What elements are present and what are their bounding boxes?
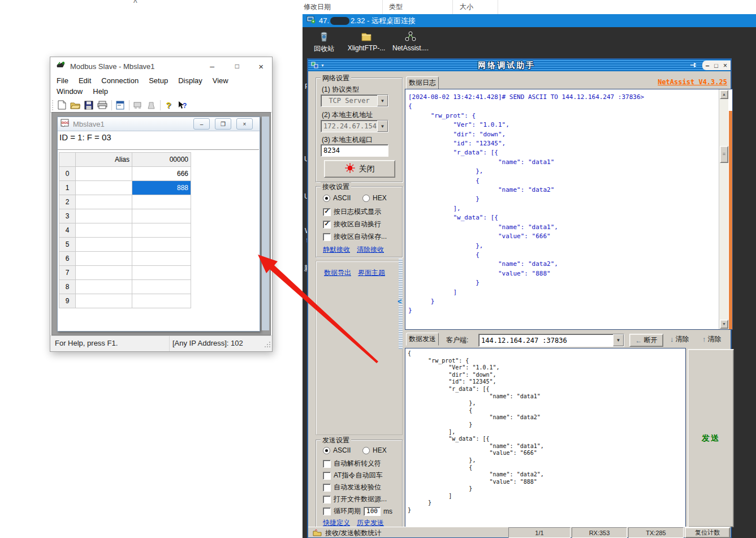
checkbox-icon[interactable]: [323, 221, 331, 229]
help-icon[interactable]: ?: [162, 100, 175, 111]
value-cell[interactable]: 666: [132, 167, 191, 181]
radio-icon[interactable]: [323, 447, 330, 454]
value-cell[interactable]: [132, 223, 191, 238]
doc-close-button[interactable]: ×: [236, 118, 253, 130]
checkbox-icon[interactable]: [323, 496, 331, 503]
recv-option-autosave[interactable]: 接收区自动保存...: [323, 232, 387, 242]
silent-receive-link[interactable]: 静默接收: [323, 245, 350, 255]
value-cell-selected[interactable]: 888: [132, 181, 191, 195]
register-header[interactable]: 00000: [132, 153, 191, 167]
close-button[interactable]: ×: [258, 62, 263, 71]
data-log-text[interactable]: [2024-08-02 13:42:41.428]# SEND ASCII TO…: [408, 93, 644, 316]
port-input[interactable]: 8234: [321, 144, 388, 157]
scrollbar-thumb[interactable]: ≡: [720, 146, 728, 163]
value-cell[interactable]: [132, 266, 191, 280]
value-cell[interactable]: [132, 280, 191, 294]
version-link[interactable]: NetAssist V4.3.25: [658, 78, 727, 86]
alias-cell[interactable]: [76, 195, 132, 209]
explorer-col-type[interactable]: 类型: [389, 2, 403, 12]
send-hex-radio[interactable]: HEX: [362, 446, 387, 454]
desktop-icon-recycle[interactable]: 回收站: [304, 30, 344, 54]
menu-view[interactable]: View: [208, 75, 234, 86]
collapse-chevron-icon[interactable]: <: [398, 297, 402, 305]
send-input-box[interactable]: { "rw_prot": { "Ver": "1.0.1", "dir": "d…: [405, 348, 686, 527]
menu-help[interactable]: Help: [88, 86, 113, 97]
doc-titlebar[interactable]: DOC Mbslave1 – ❐ ×: [58, 117, 260, 131]
minimize-button[interactable]: –: [706, 62, 710, 70]
checkbox-icon[interactable]: [323, 472, 331, 480]
send-option-cycle[interactable]: 循环周期 100 ms: [323, 506, 392, 516]
chevron-down-icon[interactable]: ▼: [377, 95, 388, 106]
close-connection-button[interactable]: 关闭: [324, 160, 395, 178]
send-option-at-cr[interactable]: AT指令自动回车: [323, 471, 382, 480]
menu-drop-icon[interactable]: ▼: [321, 63, 325, 67]
maximize-button[interactable]: □: [714, 62, 718, 69]
clear-receive-button[interactable]: ↓ 清除: [670, 334, 689, 344]
mdi-scroll-strip[interactable]: [262, 117, 269, 330]
chevron-down-icon[interactable]: ▼: [613, 334, 624, 346]
alias-cell[interactable]: [76, 223, 132, 238]
pin-icon[interactable]: [689, 61, 697, 71]
alias-cell[interactable]: [76, 209, 132, 223]
value-cell[interactable]: [132, 238, 191, 252]
recv-option-log-mode[interactable]: 按日志模式显示: [323, 207, 381, 217]
log-scrollbar[interactable]: ▲ ≡ ▼: [719, 89, 728, 329]
client-combo[interactable]: 144.12.164.247 :37836 ▼: [478, 334, 624, 347]
alias-cell[interactable]: [76, 181, 132, 195]
value-cell[interactable]: [132, 195, 191, 209]
checkbox-icon[interactable]: [323, 484, 331, 492]
send-option-checksum[interactable]: 自动发送校验位: [323, 483, 381, 492]
menu-edit[interactable]: Edit: [74, 75, 96, 86]
protocol-combo[interactable]: TCP Server ▼: [321, 94, 388, 107]
comm-monitor-icon[interactable]: [131, 100, 144, 111]
resize-grip[interactable]: [265, 340, 271, 350]
value-cell[interactable]: [132, 252, 191, 266]
recv-ascii-radio[interactable]: ASCII: [323, 194, 351, 202]
maximize-button[interactable]: □: [235, 62, 239, 70]
menu-connection[interactable]: Connection: [96, 75, 144, 86]
checkbox-icon[interactable]: [323, 208, 331, 216]
radio-icon[interactable]: [323, 195, 330, 202]
alias-cell[interactable]: [76, 252, 132, 266]
new-file-icon[interactable]: [55, 100, 68, 111]
close-button[interactable]: ×: [723, 62, 727, 70]
save-icon[interactable]: [83, 100, 95, 111]
recv-option-autowrap[interactable]: 接收区自动换行: [323, 219, 381, 229]
checkbox-icon[interactable]: [323, 507, 331, 515]
cycle-input[interactable]: 100: [364, 507, 381, 516]
send-input-text[interactable]: { "rw_prot": { "Ver": "1.0.1", "dir": "d…: [408, 350, 544, 514]
desktop-icon-netassist[interactable]: NetAssist....: [390, 30, 431, 52]
menu-display[interactable]: Display: [173, 75, 208, 86]
send-button[interactable]: 发送: [688, 349, 734, 527]
radio-icon[interactable]: [362, 195, 370, 202]
alias-cell[interactable]: [76, 294, 132, 308]
scroll-down-icon[interactable]: ▼: [720, 320, 728, 329]
checkbox-icon[interactable]: [323, 233, 331, 241]
doc-minimize-button[interactable]: –: [193, 118, 210, 130]
radio-icon[interactable]: [362, 447, 370, 454]
ui-theme-link[interactable]: 界面主题: [358, 268, 385, 278]
host-combo[interactable]: 172.24.67.154 ▼: [321, 120, 388, 132]
disconnect-button[interactable]: ← 断开: [629, 334, 663, 347]
doc-restore-button[interactable]: ❐: [215, 118, 231, 130]
minimize-button[interactable]: –: [210, 62, 214, 71]
netassist-sys-icon[interactable]: [311, 61, 319, 71]
reset-count-button[interactable]: 复位计数: [685, 527, 730, 538]
clear-send-button[interactable]: ↑ 清除: [702, 334, 722, 344]
alias-cell[interactable]: [76, 280, 132, 294]
chevron-down-icon[interactable]: ▼: [377, 120, 388, 132]
print-icon[interactable]: [96, 100, 109, 111]
modbus-titlebar[interactable]: Modbus Slave - Mbslave1 – □ ×: [50, 57, 272, 75]
data-export-link[interactable]: 数据导出: [324, 268, 351, 278]
explorer-col-modified[interactable]: 修改日期: [304, 2, 331, 12]
scroll-up-icon[interactable]: ▲: [720, 90, 728, 99]
context-help-icon[interactable]: ?: [176, 100, 188, 111]
recv-hex-radio[interactable]: HEX: [362, 194, 387, 202]
clear-receive-link[interactable]: 清除接收: [357, 245, 384, 255]
netassist-titlebar[interactable]: ▼ 网络调试助手 – □ ×: [308, 59, 731, 71]
alias-cell[interactable]: [76, 167, 132, 181]
display-view-icon[interactable]: [114, 100, 126, 111]
alias-cell[interactable]: [76, 266, 132, 280]
value-cell[interactable]: [132, 294, 191, 308]
tab-data-send[interactable]: 数据发送: [406, 333, 439, 346]
